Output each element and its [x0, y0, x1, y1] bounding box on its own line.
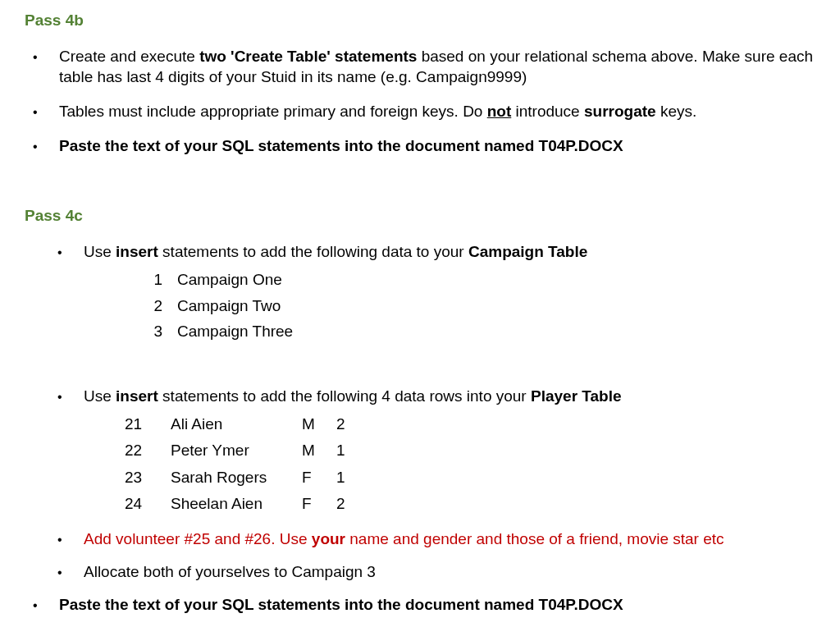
section-4c-final-list: • Paste the text of your SQL statements … — [25, 594, 815, 616]
table-row: 22 Peter Ymer M 1 — [120, 437, 815, 464]
list-item-text: Allocate both of yourselves to Campaign … — [84, 561, 815, 583]
bullet-icon: • — [49, 386, 84, 518]
bullet-icon: • — [25, 101, 59, 122]
section-4c-sublist-2: • Use insert statements to add the follo… — [49, 386, 815, 583]
list-item-text: Paste the text of your SQL statements in… — [59, 135, 815, 157]
list-item: • Create and execute two 'Create Table' … — [25, 46, 815, 88]
list-item-text: Create and execute two 'Create Table' st… — [59, 46, 815, 88]
list-item-text: Use insert statements to add the followi… — [84, 241, 815, 345]
list-item-text: Add volunteer #25 and #26. Use your name… — [84, 529, 815, 550]
table-row: 24 Sheelan Aien F 2 — [120, 491, 815, 517]
section-4c-heading: Pass 4c — [25, 205, 815, 227]
table-row: 3 Campaign Three — [141, 318, 815, 344]
list-item: • Add volunteer #25 and #26. Use your na… — [49, 529, 815, 550]
list-item-text: Tables must include appropriate primary … — [59, 101, 815, 122]
table-row: 2 Campaign Two — [141, 293, 815, 318]
section-4c-sublist-1: • Use insert statements to add the follo… — [49, 241, 815, 345]
campaign-data-grid: 1 Campaign One 2 Campaign Two 3 Campaign… — [141, 267, 815, 344]
player-data-grid: 21 Ali Aien M 2 22 Peter Ymer M 1 23 Sar… — [120, 411, 815, 517]
list-item-text: Use insert statements to add the followi… — [84, 386, 815, 518]
section-4b-list: • Create and execute two 'Create Table' … — [25, 46, 815, 157]
bullet-icon: • — [49, 561, 84, 583]
list-item: • Use insert statements to add the follo… — [49, 386, 815, 518]
bullet-icon: • — [25, 46, 59, 88]
table-row: 21 Ali Aien M 2 — [120, 411, 815, 437]
section-4b-heading: Pass 4b — [25, 10, 815, 31]
list-item: • Allocate both of yourselves to Campaig… — [49, 561, 815, 583]
list-item: • Use insert statements to add the follo… — [49, 241, 815, 345]
bullet-icon: • — [25, 135, 59, 157]
bullet-icon: • — [49, 529, 84, 550]
table-row: 1 Campaign One — [141, 267, 815, 292]
list-item: • Paste the text of your SQL statements … — [25, 594, 815, 616]
table-row: 23 Sarah Rogers F 1 — [120, 465, 815, 491]
list-item: • Tables must include appropriate primar… — [25, 101, 815, 122]
list-item-text: Paste the text of your SQL statements in… — [59, 594, 815, 616]
list-item: • Paste the text of your SQL statements … — [25, 135, 815, 157]
bullet-icon: • — [25, 594, 59, 616]
bullet-icon: • — [49, 241, 84, 345]
